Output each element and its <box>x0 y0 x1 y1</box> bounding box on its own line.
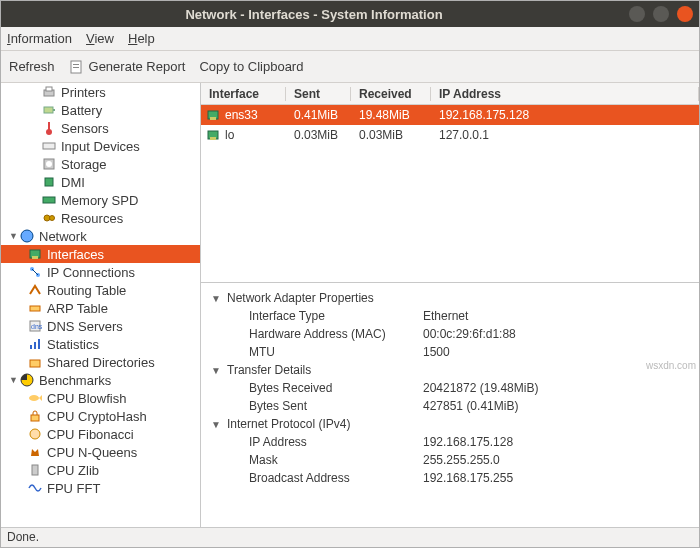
window-title: Network - Interfaces - System Informatio… <box>7 7 621 22</box>
detail-key: Interface Type <box>223 309 423 323</box>
sidebar-item-fpu-fft[interactable]: FPU FFT <box>1 479 200 497</box>
sidebar-item-label: Printers <box>61 85 106 100</box>
detail-value: 427851 (0.41MiB) <box>423 399 691 413</box>
detail-value: 192.168.175.128 <box>423 435 691 449</box>
menu-information[interactable]: Information <box>7 31 72 46</box>
sidebar-item-label: Input Devices <box>61 139 140 154</box>
detail-section-header[interactable]: ▼Transfer Details <box>209 361 691 379</box>
detail-row: MTU1500 <box>209 343 691 361</box>
detail-section-header[interactable]: ▼Internet Protocol (IPv4) <box>209 415 691 433</box>
svg-line-21 <box>32 269 38 275</box>
iface-sent: 0.03MiB <box>286 128 351 142</box>
ram-icon <box>41 192 57 208</box>
interface-row[interactable]: lo0.03MiB0.03MiB127.0.0.1 <box>201 125 699 145</box>
sidebar-item-routing-table[interactable]: Routing Table <box>1 281 200 299</box>
network-icon <box>19 228 35 244</box>
sidebar-item-sensors[interactable]: Sensors <box>1 119 200 137</box>
sidebar-item-cpu-n-queens[interactable]: CPU N-Queens <box>1 443 200 461</box>
sidebar-item-battery[interactable]: Battery <box>1 101 200 119</box>
sidebar-item-cpu-blowfish[interactable]: CPU Blowfish <box>1 389 200 407</box>
keyboard-icon <box>41 138 57 154</box>
sidebar-item-printers[interactable]: Printers <box>1 83 200 101</box>
benchmark-icon <box>19 372 35 388</box>
content-area: PrintersBatterySensorsInput DevicesStora… <box>1 83 699 527</box>
iface-ip: 127.0.0.1 <box>431 128 699 142</box>
detail-section-header[interactable]: ▼Network Adapter Properties <box>209 289 691 307</box>
sidebar-item-label: Shared Directories <box>47 355 155 370</box>
detail-key: Bytes Sent <box>223 399 423 413</box>
sidebar-item-memory-spd[interactable]: Memory SPD <box>1 191 200 209</box>
minimize-button[interactable] <box>629 6 645 22</box>
detail-value: 192.168.175.255 <box>423 471 691 485</box>
svg-rect-35 <box>210 117 216 120</box>
iface-received: 19.48MiB <box>351 108 431 122</box>
detail-value: 20421872 (19.48MiB) <box>423 381 691 395</box>
svg-rect-22 <box>30 306 40 311</box>
svg-rect-4 <box>46 87 52 91</box>
col-ip-address[interactable]: IP Address <box>431 87 699 101</box>
sidebar-item-dns-servers[interactable]: dnsDNS Servers <box>1 317 200 335</box>
menu-help[interactable]: Help <box>128 31 155 46</box>
detail-key: Mask <box>223 453 423 467</box>
chip-icon <box>41 174 57 190</box>
refresh-button[interactable]: Refresh <box>9 59 55 74</box>
svg-rect-27 <box>38 339 40 349</box>
interface-table: Interface Sent Received IP Address ens33… <box>201 83 699 283</box>
titlebar: Network - Interfaces - System Informatio… <box>1 1 699 27</box>
printer-icon <box>41 84 57 100</box>
menubar: Information View Help <box>1 27 699 51</box>
arp-icon <box>27 300 43 316</box>
col-interface[interactable]: Interface <box>201 87 286 101</box>
sidebar-item-statistics[interactable]: Statistics <box>1 335 200 353</box>
sidebar-item-label: Memory SPD <box>61 193 138 208</box>
close-button[interactable] <box>677 6 693 22</box>
sidebar[interactable]: PrintersBatterySensorsInput DevicesStora… <box>1 83 201 527</box>
detail-row: IP Address192.168.175.128 <box>209 433 691 451</box>
svg-rect-25 <box>30 345 32 349</box>
copy-clipboard-button[interactable]: Copy to Clipboard <box>199 59 303 74</box>
svg-point-30 <box>29 395 39 401</box>
sidebar-item-resources[interactable]: Resources <box>1 209 200 227</box>
sidebar-item-benchmarks[interactable]: ▼Benchmarks <box>1 371 200 389</box>
sidebar-item-cpu-fibonacci[interactable]: CPU Fibonacci <box>1 425 200 443</box>
sidebar-item-label: CPU Zlib <box>47 463 99 478</box>
status-text: Done. <box>7 530 39 544</box>
detail-row: Hardware Address (MAC)00:0c:29:6f:d1:88 <box>209 325 691 343</box>
svg-point-11 <box>46 161 52 167</box>
statusbar: Done. <box>1 527 699 547</box>
generate-report-button[interactable]: Generate Report <box>69 59 186 75</box>
sidebar-item-label: ARP Table <box>47 301 108 316</box>
svg-rect-6 <box>53 109 55 111</box>
section-title: Network Adapter Properties <box>223 291 423 305</box>
sidebar-item-label: Storage <box>61 157 107 172</box>
detail-value: 1500 <box>423 345 691 359</box>
sidebar-item-storage[interactable]: Storage <box>1 155 200 173</box>
lock-icon <box>27 408 43 424</box>
iface-ip: 192.168.175.128 <box>431 108 699 122</box>
sidebar-item-cpu-cryptohash[interactable]: CPU CryptoHash <box>1 407 200 425</box>
detail-value: Ethernet <box>423 309 691 323</box>
section-title: Transfer Details <box>223 363 423 377</box>
details-panel: ▼Network Adapter PropertiesInterface Typ… <box>201 283 699 527</box>
sidebar-item-arp-table[interactable]: ARP Table <box>1 299 200 317</box>
svg-rect-31 <box>31 415 39 421</box>
sidebar-item-network[interactable]: ▼Network <box>1 227 200 245</box>
sidebar-item-interfaces[interactable]: Interfaces <box>1 245 200 263</box>
svg-point-15 <box>50 216 55 221</box>
interface-row[interactable]: ens330.41MiB19.48MiB192.168.175.128 <box>201 105 699 125</box>
battery-icon <box>41 102 57 118</box>
sidebar-item-shared-directories[interactable]: Shared Directories <box>1 353 200 371</box>
detail-row: Bytes Received20421872 (19.48MiB) <box>209 379 691 397</box>
thermometer-icon <box>41 120 57 136</box>
menu-view[interactable]: View <box>86 31 114 46</box>
nic-icon <box>27 246 43 262</box>
col-sent[interactable]: Sent <box>286 87 351 101</box>
sidebar-item-ip-connections[interactable]: IP Connections <box>1 263 200 281</box>
sidebar-item-label: Resources <box>61 211 123 226</box>
maximize-button[interactable] <box>653 6 669 22</box>
sidebar-item-cpu-zlib[interactable]: CPU Zlib <box>1 461 200 479</box>
sidebar-item-input-devices[interactable]: Input Devices <box>1 137 200 155</box>
stats-icon <box>27 336 43 352</box>
sidebar-item-dmi[interactable]: DMI <box>1 173 200 191</box>
col-received[interactable]: Received <box>351 87 431 101</box>
